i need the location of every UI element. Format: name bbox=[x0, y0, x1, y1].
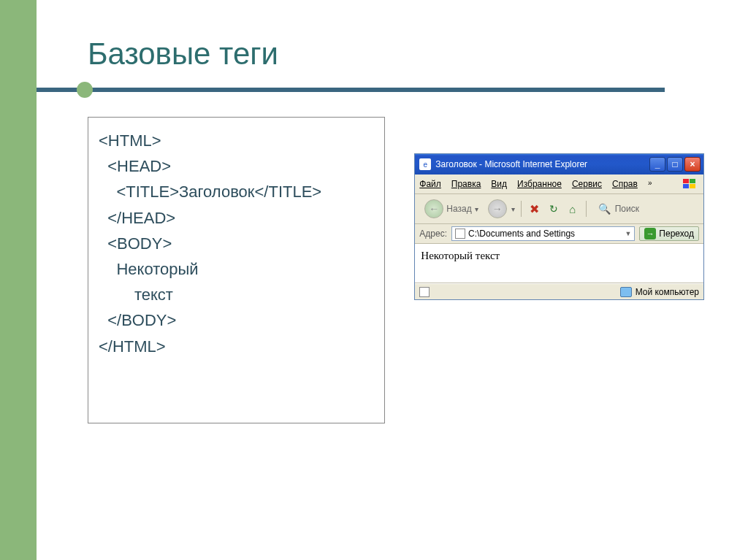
menu-file[interactable]: Файл bbox=[419, 179, 441, 189]
code-line: <TITLE>Заголовок</TITLE> bbox=[99, 179, 374, 204]
go-arrow-icon: → bbox=[644, 228, 656, 239]
menu-view[interactable]: Вид bbox=[491, 179, 507, 189]
code-line: </HEAD> bbox=[99, 205, 374, 231]
page-content-text: Некоторый текст bbox=[421, 250, 500, 261]
address-bar: Адрес: C:\Documents and Settings ▼ → Пер… bbox=[415, 224, 703, 244]
refresh-icon[interactable]: ↻ bbox=[546, 202, 561, 216]
menubar: Файл Правка Вид Избранное Сервис Справ » bbox=[415, 174, 703, 194]
menu-edit[interactable]: Правка bbox=[451, 179, 481, 189]
underline-bullet bbox=[77, 82, 93, 98]
separator bbox=[586, 201, 587, 217]
my-computer-icon bbox=[620, 287, 632, 297]
code-line: <HEAD> bbox=[99, 153, 374, 179]
address-label: Адрес: bbox=[419, 229, 447, 239]
slide-title: Базовые теги bbox=[88, 37, 704, 72]
status-right: Мой компьютер bbox=[620, 287, 699, 297]
separator bbox=[521, 201, 522, 217]
code-line: <BODY> bbox=[99, 231, 374, 256]
menu-overflow-icon[interactable]: » bbox=[648, 179, 652, 189]
window-title: Заголовок - Microsoft Internet Explorer bbox=[435, 159, 587, 169]
status-left bbox=[419, 287, 430, 297]
search-button[interactable]: 🔍 Поиск bbox=[592, 199, 644, 218]
dropdown-icon[interactable]: ▾ bbox=[511, 205, 515, 213]
menu-favorites[interactable]: Избранное bbox=[517, 179, 562, 189]
code-line: <HTML> bbox=[99, 128, 374, 153]
content-row: <HTML> <HEAD> <TITLE>Заголовок</TITLE> <… bbox=[88, 117, 704, 423]
slide-body: Базовые теги <HTML> <HEAD> <TITLE>Заголо… bbox=[37, 0, 748, 560]
ie-icon: e bbox=[419, 158, 431, 170]
minimize-button[interactable]: _ bbox=[649, 157, 665, 172]
svg-rect-0 bbox=[683, 179, 689, 183]
stop-icon[interactable]: ✖ bbox=[527, 202, 542, 216]
code-line: текст bbox=[99, 282, 374, 307]
back-icon: ← bbox=[424, 199, 443, 218]
titlebar-left: e Заголовок - Microsoft Internet Explore… bbox=[419, 158, 587, 170]
go-button[interactable]: → Переход bbox=[639, 226, 699, 241]
document-icon bbox=[455, 229, 465, 239]
back-label: Назад bbox=[446, 204, 471, 214]
close-button[interactable]: × bbox=[684, 157, 701, 172]
dropdown-icon: ▾ bbox=[475, 205, 478, 213]
status-zone: Мой компьютер bbox=[636, 287, 699, 297]
windows-flag-icon bbox=[680, 177, 699, 191]
address-input[interactable]: C:\Documents and Settings ▼ bbox=[451, 226, 635, 241]
address-value: C:\Documents and Settings bbox=[468, 229, 575, 239]
code-line: </HTML> bbox=[99, 334, 374, 359]
menu-help[interactable]: Справ bbox=[612, 179, 638, 189]
code-sample-box: <HTML> <HEAD> <TITLE>Заголовок</TITLE> <… bbox=[88, 117, 385, 423]
underline-bar bbox=[37, 88, 665, 92]
dropdown-icon[interactable]: ▼ bbox=[625, 230, 631, 237]
back-button[interactable]: ← Назад ▾ bbox=[419, 197, 483, 220]
maximize-button[interactable]: □ bbox=[667, 157, 683, 172]
title-underline bbox=[37, 85, 665, 95]
home-icon[interactable]: ⌂ bbox=[565, 202, 580, 216]
menu-tools[interactable]: Сервис bbox=[572, 179, 602, 189]
toolbar: ← Назад ▾ → ▾ ✖ ↻ ⌂ 🔍 Поиск bbox=[415, 194, 703, 224]
forward-button[interactable]: → bbox=[488, 199, 507, 218]
page-viewport: Некоторый текст bbox=[415, 244, 703, 283]
titlebar[interactable]: e Заголовок - Microsoft Internet Explore… bbox=[415, 154, 703, 174]
slide-accent-bar bbox=[0, 0, 37, 560]
browser-window: e Заголовок - Microsoft Internet Explore… bbox=[414, 153, 704, 300]
search-icon: 🔍 bbox=[598, 202, 612, 216]
code-line: Некоторый bbox=[99, 256, 374, 282]
code-line: </BODY> bbox=[99, 307, 374, 333]
svg-rect-1 bbox=[690, 179, 695, 183]
svg-rect-2 bbox=[683, 184, 689, 188]
status-page-icon bbox=[419, 287, 430, 297]
go-label: Переход bbox=[659, 229, 694, 239]
status-bar: Мой компьютер bbox=[415, 283, 703, 299]
window-controls: _ □ × bbox=[649, 157, 701, 172]
svg-rect-3 bbox=[690, 184, 695, 188]
search-label: Поиск bbox=[615, 204, 639, 214]
menubar-items: Файл Правка Вид Избранное Сервис Справ » bbox=[419, 179, 652, 189]
